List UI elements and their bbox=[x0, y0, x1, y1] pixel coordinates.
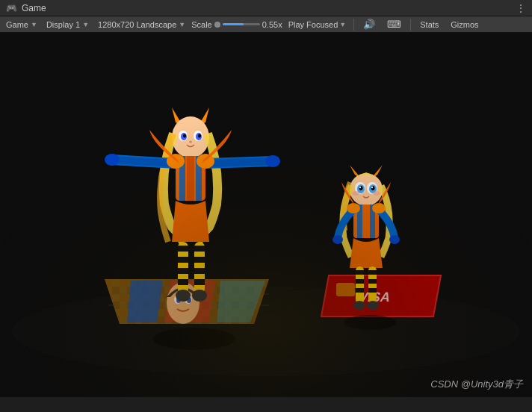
gizmos-button[interactable]: Gizmos bbox=[446, 18, 483, 31]
play-focused-dropdown[interactable]: Play Focused ▼ bbox=[285, 18, 350, 31]
display-label: Display 1 bbox=[46, 20, 80, 29]
title-bar: 🎮 Game ⋮ bbox=[0, 0, 532, 16]
gizmos-label: Gizmos bbox=[451, 20, 478, 29]
title-bar-left: 🎮 Game bbox=[6, 3, 46, 13]
watermark-text: CSDN @Unity3d青子 bbox=[430, 378, 523, 390]
scale-label: Scale bbox=[191, 20, 212, 29]
scale-value: 0.55x bbox=[262, 20, 282, 29]
play-focused-label: Play Focused bbox=[288, 20, 338, 29]
display-dropdown[interactable]: Display 1 ▼ bbox=[43, 18, 92, 31]
play-focused-arrow: ▼ bbox=[339, 21, 346, 28]
scene-svg: VISA bbox=[0, 33, 532, 397]
game-dropdown-arrow: ▼ bbox=[31, 21, 37, 28]
speaker-icon: 🔊 bbox=[363, 19, 375, 30]
grid-icon: ⌨ bbox=[387, 19, 401, 30]
toolbar: Game ▼ Display 1 ▼ 1280x720 Landscape ▼ … bbox=[0, 16, 532, 33]
resolution-dropdown[interactable]: 1280x720 Landscape ▼ bbox=[95, 18, 188, 31]
stats-label: Stats bbox=[420, 20, 439, 29]
more-options-icon[interactable]: ⋮ bbox=[516, 2, 526, 14]
watermark: CSDN @Unity3d青子 bbox=[430, 378, 523, 391]
scale-track[interactable] bbox=[223, 23, 260, 25]
display-dropdown-arrow: ▼ bbox=[82, 21, 89, 28]
game-icon: 🎮 bbox=[6, 3, 17, 13]
grid-toggle-button[interactable]: ⌨ bbox=[383, 18, 406, 31]
separator-1 bbox=[353, 19, 354, 31]
title-bar-title: Game bbox=[22, 3, 46, 13]
resolution-dropdown-arrow: ▼ bbox=[179, 21, 185, 28]
scale-dot[interactable] bbox=[214, 22, 220, 28]
stats-button[interactable]: Stats bbox=[415, 18, 443, 31]
game-viewport[interactable]: VISA bbox=[0, 33, 532, 397]
separator-2 bbox=[410, 19, 411, 31]
scale-slider-container: Scale 0.55x bbox=[191, 20, 282, 29]
resolution-label: 1280x720 Landscape bbox=[98, 20, 176, 29]
svg-rect-68 bbox=[0, 33, 532, 397]
scale-fill bbox=[223, 23, 244, 25]
game-dropdown[interactable]: Game ▼ bbox=[3, 18, 40, 31]
audio-toggle-button[interactable]: 🔊 bbox=[359, 18, 380, 31]
title-bar-right: ⋮ bbox=[516, 2, 526, 14]
game-label: Game bbox=[6, 20, 28, 29]
